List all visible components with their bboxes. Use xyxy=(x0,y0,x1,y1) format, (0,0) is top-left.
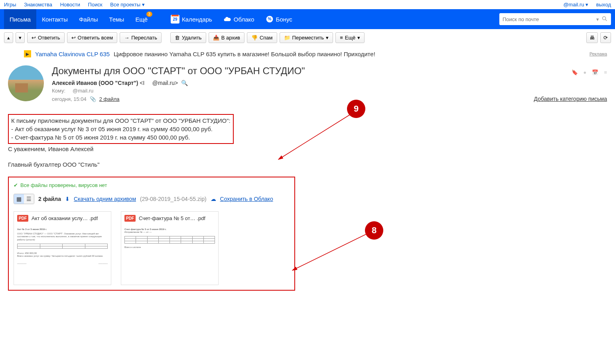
search-dropdown-icon[interactable]: ▾ xyxy=(596,16,599,22)
refresh-button[interactable]: ⟳ xyxy=(600,32,611,43)
email-meta: Документы для ООО "СТАРТ" от ООО "УРБАН … xyxy=(52,65,607,102)
nav-bonus[interactable]: % Бонус xyxy=(260,9,298,29)
account-link[interactable]: @mail.ru ▾ xyxy=(563,2,588,8)
body-line-2: - Акт об оказании услуг № 3 от 05 июня 2… xyxy=(11,125,231,133)
body-line-1: К письму приложены документы для ООО "СТ… xyxy=(11,116,231,125)
save-cloud-link[interactable]: Сохранить в Облако xyxy=(220,196,273,202)
topbar-left: Игры Знакомства Новости Поиск Все проект… xyxy=(4,2,151,8)
delete-button[interactable]: 🗑Удалить xyxy=(170,32,206,43)
print-button[interactable]: 🖶 xyxy=(586,32,598,43)
search-box[interactable]: ▾ xyxy=(499,13,611,25)
move-button[interactable]: 📁Переместить ▾ xyxy=(280,32,333,43)
view-grid-button[interactable]: ▦ xyxy=(14,194,24,204)
topbar-link-projects[interactable]: Все проекты ▾ xyxy=(110,2,145,8)
callout-9: 9 xyxy=(347,100,365,118)
list-icon: ≡ xyxy=(340,35,343,41)
nav-themes[interactable]: Темы xyxy=(104,9,130,29)
attachments-section: ✔ Все файлы проверены, вирусов нет ▦ ☰ 2… xyxy=(8,177,295,291)
archive-button[interactable]: 📥В архив xyxy=(209,32,244,43)
portal-topbar: Игры Знакомства Новости Поиск Все проект… xyxy=(0,0,615,9)
attachment-name: Акт об оказании услу… .pdf xyxy=(32,215,98,221)
topbar-link-games[interactable]: Игры xyxy=(4,2,16,8)
reply-all-button[interactable]: ↩Ответить всем xyxy=(67,32,118,43)
ad-bar: ▶ Yamaha Clavinova CLP 635 Цифровое пиан… xyxy=(0,46,615,61)
email-subject: Документы для ООО "СТАРТ" от ООО "УРБАН … xyxy=(52,65,607,77)
archive-icon: 📥 xyxy=(213,35,219,41)
ad-text: Цифровое пианино Yamaha CLP 635 купить в… xyxy=(114,51,375,57)
topbar-right: @mail.ru ▾ выход xyxy=(557,2,611,8)
bookmark-icon[interactable]: 🔖 xyxy=(572,69,578,75)
attachment-preview: Счет-фактура № 5 от 5 июня 2019 г.Исправ… xyxy=(121,225,218,285)
logout-link[interactable]: выход xyxy=(596,2,611,8)
nav-down-button[interactable]: ▾ xyxy=(16,32,25,43)
nav-contacts[interactable]: Контакты xyxy=(36,9,73,29)
topbar-link-dating[interactable]: Знакомства xyxy=(24,2,52,8)
email-body: К письму приложены документы для ООО "СТ… xyxy=(8,114,607,169)
pdf-badge: PDF xyxy=(124,215,136,222)
body-line-3: - Счет-фактура № 5 от 05 июня 2019 г. на… xyxy=(11,133,231,142)
reply-all-icon: ↩ xyxy=(71,35,76,41)
unread-dot-icon[interactable]: ● xyxy=(583,69,587,75)
calendar-small-icon[interactable]: 📅 xyxy=(592,69,598,75)
nav-cloud[interactable]: Облако xyxy=(218,9,260,29)
trash-icon: 🗑 xyxy=(175,35,180,41)
spam-button[interactable]: 👎Спам xyxy=(247,32,277,43)
ad-brand-icon: ▶ xyxy=(24,50,31,57)
view-list-button[interactable]: ☰ xyxy=(24,194,34,204)
nav-files[interactable]: Файлы xyxy=(73,9,104,29)
nav-mail[interactable]: Письма xyxy=(4,9,36,29)
attachment-preview: Акт № 3 от 5 июня 2019 г. ООО "УРБАН СТУ… xyxy=(14,225,111,285)
signature-line-1: С уважением, Иванов Алексей xyxy=(8,145,607,153)
pdf-badge: PDF xyxy=(17,215,28,222)
attachment-card[interactable]: PDF Акт об оказании услу… .pdf Акт № 3 о… xyxy=(14,211,111,285)
grid-icon: ▦ xyxy=(16,196,22,202)
header-actions: 🔖 ● 📅 ≡ xyxy=(572,69,607,75)
spam-icon: 👎 xyxy=(251,35,258,41)
reply-icon: ↩ xyxy=(32,35,36,41)
attachment-grid: PDF Акт об оказании услу… .pdf Акт № 3 о… xyxy=(14,211,290,285)
nav-more[interactable]: Ещё 3 xyxy=(130,9,153,29)
archive-name: (29-08-2019_15-04-55.zip) xyxy=(140,196,207,202)
forward-button[interactable]: →Переслать xyxy=(120,32,162,43)
signature-line-2: Главный бухгалтер ООО "Стиль" xyxy=(8,160,607,169)
email-container: Документы для ООО "СТАРТ" от ООО "УРБАН … xyxy=(0,61,615,299)
main-nav: Письма Контакты Файлы Темы Ещё 3 29 Кале… xyxy=(0,9,615,29)
more-button[interactable]: ≡Ещё ▾ xyxy=(335,32,365,43)
email-from: Алексей Иванов (ООО "Старт") <I @mail.ru… xyxy=(52,80,607,86)
refresh-icon: ⟳ xyxy=(603,35,608,41)
attach-controls: ▦ ☰ 2 файла ⬇ Скачать одним архивом (29-… xyxy=(14,194,290,204)
svg-text:%: % xyxy=(268,17,271,21)
download-all-link[interactable]: Скачать одним архивом xyxy=(74,196,136,202)
cloud-icon xyxy=(223,15,231,23)
calendar-icon: 29 xyxy=(171,15,179,24)
topbar-link-search[interactable]: Поиск xyxy=(88,2,102,8)
svg-line-3 xyxy=(605,20,607,21)
ad-label[interactable]: Реклама xyxy=(589,51,607,56)
ad-link[interactable]: Yamaha Clavinova CLP 635 xyxy=(35,51,110,57)
search-input[interactable] xyxy=(503,16,594,22)
bonus-icon: % xyxy=(266,15,274,23)
nav-up-button[interactable]: ▴ xyxy=(4,32,13,43)
email-date-row: сегодня, 15:04 📎 2 файла xyxy=(52,96,607,102)
view-toggle: ▦ ☰ xyxy=(14,194,34,204)
email-date: сегодня, 15:04 xyxy=(52,96,87,102)
sender-avatar[interactable] xyxy=(8,65,44,101)
search-sender-icon[interactable]: 🔍 xyxy=(181,80,188,86)
forward-icon: → xyxy=(124,35,129,41)
add-category-link[interactable]: Добавить категорию письма xyxy=(534,96,607,102)
attachment-count-link[interactable]: 2 файла xyxy=(99,96,120,102)
message-toolbar: ▴ ▾ ↩Ответить ↩Ответить всем →Переслать … xyxy=(0,29,615,46)
virus-check: ✔ Все файлы проверены, вирусов нет xyxy=(14,182,290,188)
callout-8: 8 xyxy=(365,221,383,240)
topbar-link-news[interactable]: Новости xyxy=(60,2,80,8)
list-view-icon: ☰ xyxy=(26,196,32,202)
nav-calendar[interactable]: 29 Календарь xyxy=(165,9,218,29)
menu-icon[interactable]: ≡ xyxy=(604,69,607,75)
attachment-card[interactable]: PDF Счет-фактура № 5 от… .pdf Счет-факту… xyxy=(121,211,219,285)
attachment-icon: 📎 xyxy=(90,96,96,102)
search-icon[interactable] xyxy=(601,16,608,23)
print-icon: 🖶 xyxy=(589,35,595,41)
from-email: <I @mail.ru> xyxy=(140,80,179,86)
reply-button[interactable]: ↩Ответить xyxy=(27,32,65,43)
body-highlight-box: К письму приложены документы для ООО "СТ… xyxy=(8,114,234,144)
